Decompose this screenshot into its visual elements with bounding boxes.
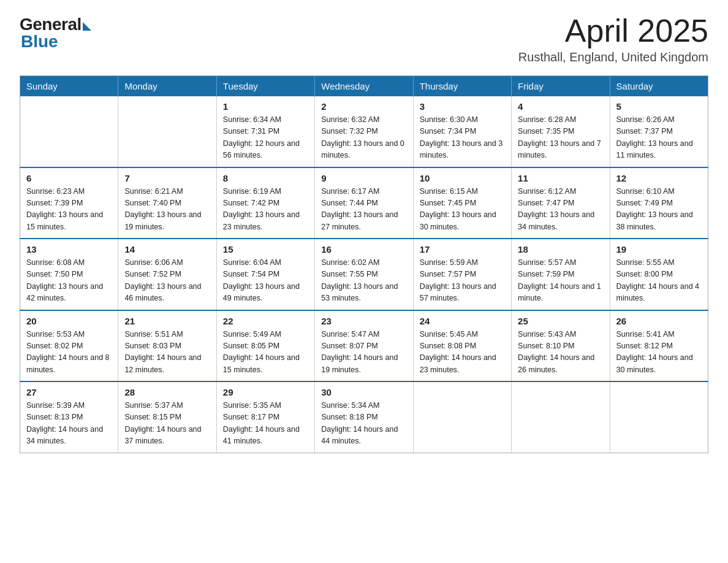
day-info: Sunrise: 5:45 AM Sunset: 8:08 PM Dayligh… bbox=[420, 329, 505, 377]
calendar-table: SundayMondayTuesdayWednesdayThursdayFrid… bbox=[20, 75, 708, 453]
weekday-header-wednesday: Wednesday bbox=[315, 76, 413, 97]
calendar-cell: 25Sunrise: 5:43 AM Sunset: 8:10 PM Dayli… bbox=[512, 310, 610, 382]
day-number: 12 bbox=[616, 173, 702, 183]
day-info: Sunrise: 5:57 AM Sunset: 7:59 PM Dayligh… bbox=[518, 257, 603, 305]
weekday-header-saturday: Saturday bbox=[610, 76, 708, 97]
day-info: Sunrise: 5:43 AM Sunset: 8:10 PM Dayligh… bbox=[518, 329, 603, 377]
day-number: 7 bbox=[124, 173, 210, 183]
day-info: Sunrise: 6:17 AM Sunset: 7:44 PM Dayligh… bbox=[321, 186, 406, 234]
calendar-cell: 7Sunrise: 6:21 AM Sunset: 7:40 PM Daylig… bbox=[118, 167, 216, 239]
day-info: Sunrise: 5:49 AM Sunset: 8:05 PM Dayligh… bbox=[223, 329, 308, 377]
day-info: Sunrise: 5:34 AM Sunset: 8:18 PM Dayligh… bbox=[321, 400, 406, 448]
day-info: Sunrise: 5:41 AM Sunset: 8:12 PM Dayligh… bbox=[616, 329, 702, 377]
logo-arrow-icon bbox=[83, 22, 91, 31]
day-info: Sunrise: 5:35 AM Sunset: 8:17 PM Dayligh… bbox=[223, 400, 308, 448]
day-number: 19 bbox=[616, 244, 702, 255]
day-number: 30 bbox=[321, 387, 406, 397]
day-info: Sunrise: 6:04 AM Sunset: 7:54 PM Dayligh… bbox=[223, 257, 308, 305]
day-number: 17 bbox=[420, 244, 505, 255]
day-info: Sunrise: 6:02 AM Sunset: 7:55 PM Dayligh… bbox=[321, 257, 406, 305]
day-number: 2 bbox=[321, 101, 406, 112]
day-info: Sunrise: 5:51 AM Sunset: 8:03 PM Dayligh… bbox=[124, 329, 210, 377]
day-info: Sunrise: 5:39 AM Sunset: 8:13 PM Dayligh… bbox=[26, 400, 112, 448]
day-info: Sunrise: 6:23 AM Sunset: 7:39 PM Dayligh… bbox=[26, 186, 112, 234]
day-number: 18 bbox=[518, 244, 603, 255]
day-number: 23 bbox=[321, 316, 406, 326]
calendar-cell: 14Sunrise: 6:06 AM Sunset: 7:52 PM Dayli… bbox=[118, 239, 216, 310]
calendar-cell: 3Sunrise: 6:30 AM Sunset: 7:34 PM Daylig… bbox=[413, 96, 511, 167]
day-info: Sunrise: 6:19 AM Sunset: 7:42 PM Dayligh… bbox=[223, 186, 308, 234]
calendar-cell bbox=[20, 96, 118, 167]
calendar-cell: 26Sunrise: 5:41 AM Sunset: 8:12 PM Dayli… bbox=[610, 310, 708, 382]
day-number: 25 bbox=[518, 316, 603, 326]
weekday-header-tuesday: Tuesday bbox=[216, 76, 314, 97]
calendar-cell bbox=[610, 381, 708, 453]
day-number: 4 bbox=[518, 101, 603, 112]
month-title: April 2025 bbox=[518, 15, 708, 47]
calendar-cell: 1Sunrise: 6:34 AM Sunset: 7:31 PM Daylig… bbox=[216, 96, 314, 167]
calendar-cell bbox=[512, 381, 610, 453]
logo: General Blue bbox=[20, 15, 91, 52]
calendar-cell: 4Sunrise: 6:28 AM Sunset: 7:35 PM Daylig… bbox=[512, 96, 610, 167]
day-info: Sunrise: 5:37 AM Sunset: 8:15 PM Dayligh… bbox=[124, 400, 210, 448]
day-number: 9 bbox=[321, 173, 406, 183]
day-number: 16 bbox=[321, 244, 406, 255]
day-number: 13 bbox=[26, 244, 112, 255]
page-header: General Blue April 2025 Rusthall, Englan… bbox=[20, 15, 708, 64]
day-info: Sunrise: 6:34 AM Sunset: 7:31 PM Dayligh… bbox=[223, 114, 308, 162]
calendar-week-row: 27Sunrise: 5:39 AM Sunset: 8:13 PM Dayli… bbox=[20, 381, 708, 453]
day-info: Sunrise: 5:47 AM Sunset: 8:07 PM Dayligh… bbox=[321, 329, 406, 377]
calendar-cell: 17Sunrise: 5:59 AM Sunset: 7:57 PM Dayli… bbox=[413, 239, 511, 310]
weekday-header-monday: Monday bbox=[118, 76, 216, 97]
day-info: Sunrise: 5:55 AM Sunset: 8:00 PM Dayligh… bbox=[616, 257, 702, 305]
day-number: 8 bbox=[223, 173, 308, 183]
calendar-cell: 29Sunrise: 5:35 AM Sunset: 8:17 PM Dayli… bbox=[216, 381, 314, 453]
day-info: Sunrise: 5:59 AM Sunset: 7:57 PM Dayligh… bbox=[420, 257, 505, 305]
day-info: Sunrise: 6:30 AM Sunset: 7:34 PM Dayligh… bbox=[420, 114, 505, 162]
day-info: Sunrise: 6:10 AM Sunset: 7:49 PM Dayligh… bbox=[616, 186, 702, 234]
day-number: 22 bbox=[223, 316, 308, 326]
day-number: 21 bbox=[124, 316, 210, 326]
day-number: 26 bbox=[616, 316, 702, 326]
calendar-cell: 19Sunrise: 5:55 AM Sunset: 8:00 PM Dayli… bbox=[610, 239, 708, 310]
weekday-header-thursday: Thursday bbox=[413, 76, 511, 97]
calendar-cell bbox=[118, 96, 216, 167]
calendar-cell: 8Sunrise: 6:19 AM Sunset: 7:42 PM Daylig… bbox=[216, 167, 314, 239]
calendar-cell: 6Sunrise: 6:23 AM Sunset: 7:39 PM Daylig… bbox=[20, 167, 118, 239]
calendar-week-row: 13Sunrise: 6:08 AM Sunset: 7:50 PM Dayli… bbox=[20, 239, 708, 310]
day-number: 1 bbox=[223, 101, 308, 112]
day-number: 24 bbox=[420, 316, 505, 326]
title-area: April 2025 Rusthall, England, United Kin… bbox=[518, 15, 708, 64]
calendar-week-row: 6Sunrise: 6:23 AM Sunset: 7:39 PM Daylig… bbox=[20, 167, 708, 239]
day-info: Sunrise: 6:28 AM Sunset: 7:35 PM Dayligh… bbox=[518, 114, 603, 162]
calendar-cell: 27Sunrise: 5:39 AM Sunset: 8:13 PM Dayli… bbox=[20, 381, 118, 453]
day-info: Sunrise: 6:32 AM Sunset: 7:32 PM Dayligh… bbox=[321, 114, 406, 162]
logo-blue-text: Blue bbox=[20, 32, 58, 52]
day-info: Sunrise: 6:08 AM Sunset: 7:50 PM Dayligh… bbox=[26, 257, 112, 305]
day-number: 11 bbox=[518, 173, 603, 183]
calendar-header-row: SundayMondayTuesdayWednesdayThursdayFrid… bbox=[20, 76, 708, 97]
day-number: 3 bbox=[420, 101, 505, 112]
calendar-cell bbox=[413, 381, 511, 453]
calendar-week-row: 1Sunrise: 6:34 AM Sunset: 7:31 PM Daylig… bbox=[20, 96, 708, 167]
day-number: 14 bbox=[124, 244, 210, 255]
day-info: Sunrise: 6:06 AM Sunset: 7:52 PM Dayligh… bbox=[124, 257, 210, 305]
calendar-cell: 18Sunrise: 5:57 AM Sunset: 7:59 PM Dayli… bbox=[512, 239, 610, 310]
day-number: 10 bbox=[420, 173, 505, 183]
day-number: 5 bbox=[616, 101, 702, 112]
calendar-week-row: 20Sunrise: 5:53 AM Sunset: 8:02 PM Dayli… bbox=[20, 310, 708, 382]
day-info: Sunrise: 5:53 AM Sunset: 8:02 PM Dayligh… bbox=[26, 329, 112, 377]
calendar-cell: 28Sunrise: 5:37 AM Sunset: 8:15 PM Dayli… bbox=[118, 381, 216, 453]
day-number: 27 bbox=[26, 387, 112, 397]
day-number: 20 bbox=[26, 316, 112, 326]
calendar-cell: 2Sunrise: 6:32 AM Sunset: 7:32 PM Daylig… bbox=[315, 96, 413, 167]
calendar-cell: 20Sunrise: 5:53 AM Sunset: 8:02 PM Dayli… bbox=[20, 310, 118, 382]
day-number: 28 bbox=[124, 387, 210, 397]
calendar-cell: 15Sunrise: 6:04 AM Sunset: 7:54 PM Dayli… bbox=[216, 239, 314, 310]
weekday-header-sunday: Sunday bbox=[20, 76, 118, 97]
day-info: Sunrise: 6:26 AM Sunset: 7:37 PM Dayligh… bbox=[616, 114, 702, 162]
weekday-header-friday: Friday bbox=[512, 76, 610, 97]
calendar-cell: 21Sunrise: 5:51 AM Sunset: 8:03 PM Dayli… bbox=[118, 310, 216, 382]
calendar-cell: 10Sunrise: 6:15 AM Sunset: 7:45 PM Dayli… bbox=[413, 167, 511, 239]
calendar-cell: 22Sunrise: 5:49 AM Sunset: 8:05 PM Dayli… bbox=[216, 310, 314, 382]
